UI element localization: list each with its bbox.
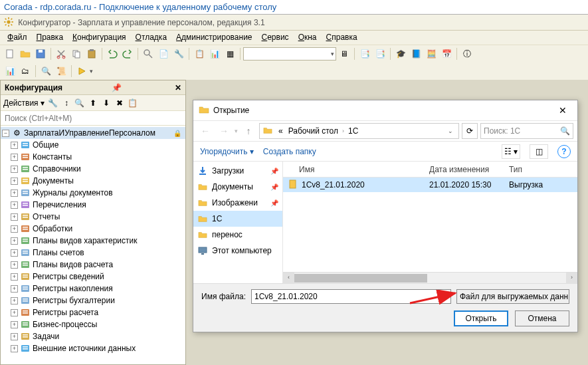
expander-icon[interactable]: + (11, 321, 18, 328)
menu-item[interactable]: Сервис (257, 31, 294, 44)
calc-icon[interactable]: 🧮 (424, 47, 439, 61)
tool-icon[interactable]: 🖥 (337, 47, 351, 61)
tree-item[interactable]: +Общие (1, 139, 185, 151)
find-icon[interactable] (141, 47, 155, 61)
expander-icon[interactable]: + (11, 225, 18, 233)
file-search[interactable]: Поиск: 1C 🔍 (480, 123, 573, 139)
tree-item[interactable]: +Константы (1, 151, 185, 163)
menu-item[interactable]: Администрирование (171, 31, 256, 44)
open-button[interactable]: Открыть (454, 310, 508, 326)
expander-icon[interactable]: + (11, 178, 18, 185)
expander-icon[interactable]: + (11, 189, 18, 197)
nav-back-icon[interactable]: ← (197, 126, 213, 136)
tree-item[interactable]: +Регистры бухгалтерии (1, 295, 185, 306)
redo-icon[interactable] (120, 47, 135, 61)
organize-menu[interactable]: Упорядочить ▾ (200, 147, 254, 156)
tool-icon[interactable]: 📊 (3, 64, 17, 78)
tree-item[interactable]: +Журналы документов (1, 187, 185, 199)
expander-icon[interactable]: + (11, 237, 18, 245)
tool-icon[interactable]: 📋 (192, 47, 207, 61)
action-icon[interactable]: ✖ (114, 97, 126, 109)
tool-icon[interactable]: 🔧 (171, 47, 186, 61)
tree-item[interactable]: +Обработки (1, 223, 185, 235)
breadcrumb-part[interactable]: « (277, 126, 284, 136)
tree-item[interactable]: +Задачи (1, 330, 185, 342)
undo-icon[interactable] (105, 47, 120, 61)
menu-item[interactable]: Правка (32, 31, 68, 44)
breadcrumb-part[interactable]: Рабочий стол (287, 126, 340, 136)
tree-item[interactable]: +Внешние источники данных (1, 342, 185, 354)
place-item[interactable]: Этот компьютер (193, 243, 282, 259)
help-icon[interactable]: ? (557, 145, 571, 158)
action-icon[interactable]: 🔧 (47, 97, 59, 109)
toolbar-combo[interactable] (243, 47, 336, 61)
copy-icon[interactable] (69, 47, 84, 61)
tree-item[interactable]: +Регистры накопления (1, 283, 185, 295)
view-mode-icon[interactable]: ☷ ▾ (502, 144, 520, 159)
action-icon[interactable]: ↕ (60, 97, 72, 109)
nav-up-icon[interactable]: ↑ (241, 126, 256, 136)
search-input[interactable] (1, 111, 185, 125)
tree-item[interactable]: +Регистры расчета (1, 306, 185, 318)
breadcrumb-part[interactable]: 1C (347, 126, 359, 136)
calendar-icon[interactable]: 📅 (439, 47, 454, 61)
place-item[interactable]: Загрузки📌 (193, 163, 282, 179)
col-name[interactable]: Имя (283, 165, 429, 174)
config-search[interactable] (1, 111, 185, 126)
scroll-thumb[interactable] (294, 274, 427, 283)
breadcrumb[interactable]: « Рабочий стол › 1C ⌄ (259, 123, 459, 139)
config-tree[interactable]: −⚙ЗарплатаИУправлениеПерсоналом🔒+Общие+К… (1, 126, 185, 364)
open-icon[interactable] (18, 47, 33, 61)
tree-item[interactable]: +Планы видов характеристик (1, 235, 185, 247)
expander-icon[interactable]: + (11, 213, 18, 221)
nav-fwd-icon[interactable]: → (216, 126, 232, 136)
expander-icon[interactable]: + (11, 285, 18, 293)
new-folder-button[interactable]: Создать папку (263, 147, 316, 156)
expander-icon[interactable]: + (11, 309, 18, 316)
expander-icon[interactable]: + (11, 166, 18, 173)
scroll-right-icon[interactable]: › (566, 273, 577, 284)
close-icon[interactable]: ✕ (175, 83, 181, 92)
menu-item[interactable]: Отладка (131, 31, 171, 44)
action-icon[interactable]: 🔍 (74, 97, 86, 109)
expander-icon[interactable]: + (11, 333, 18, 340)
tool-icon[interactable]: 📄 (156, 47, 171, 61)
expander-icon[interactable]: + (11, 249, 18, 257)
cut-icon[interactable] (54, 47, 68, 61)
menu-item[interactable]: Конфигурация (68, 31, 131, 44)
action-icon[interactable]: 📋 (127, 97, 139, 109)
tree-item[interactable]: +Бизнес-процессы (1, 318, 185, 330)
tree-item[interactable]: +Перечисления (1, 199, 185, 211)
h-scrollbar[interactable]: ‹ › (283, 272, 577, 283)
preview-pane-icon[interactable]: ◫ (530, 144, 548, 159)
tool-icon[interactable]: 📑 (373, 47, 387, 61)
action-icon[interactable]: ⬇ (100, 97, 112, 109)
tool-icon[interactable]: ▦ (223, 47, 237, 61)
menu-item[interactable]: Справка (322, 31, 362, 44)
scroll-left-icon[interactable]: ‹ (283, 273, 294, 284)
expander-icon[interactable]: + (11, 154, 18, 161)
chevron-down-icon[interactable]: ⌄ (445, 128, 456, 134)
tool-icon[interactable]: 📜 (54, 64, 68, 78)
tool-icon[interactable]: 📘 (409, 47, 423, 61)
expander-icon[interactable]: + (11, 142, 18, 149)
filename-input[interactable]: 1Cv8_21.01.2020 (251, 289, 451, 304)
new-icon[interactable] (3, 47, 17, 61)
place-item[interactable]: перенос (193, 227, 282, 243)
col-date[interactable]: Дата изменения (429, 165, 509, 174)
places-sidebar[interactable]: Загрузки📌Документы📌Изображени📌1CпереносЭ… (193, 162, 283, 283)
col-type[interactable]: Тип (509, 165, 577, 174)
refresh-icon[interactable]: ⟳ (462, 123, 478, 139)
tree-item[interactable]: +Справочники (1, 163, 185, 175)
expander-icon[interactable]: + (11, 201, 18, 209)
tool-icon[interactable]: 📑 (357, 47, 372, 61)
file-columns[interactable]: Имя Дата изменения Тип (283, 162, 577, 178)
tree-label[interactable]: ЗарплатаИУправлениеПерсоналом (24, 128, 171, 138)
place-item[interactable]: Документы📌 (193, 179, 282, 195)
menu-item[interactable]: Файл (3, 31, 32, 44)
expander-icon[interactable]: − (2, 130, 9, 137)
paste-icon[interactable] (84, 47, 99, 61)
tool-icon[interactable]: 🎓 (393, 47, 408, 61)
tree-item[interactable]: +Регистры сведений (1, 271, 185, 283)
tool-icon[interactable]: 📊 (207, 47, 222, 61)
